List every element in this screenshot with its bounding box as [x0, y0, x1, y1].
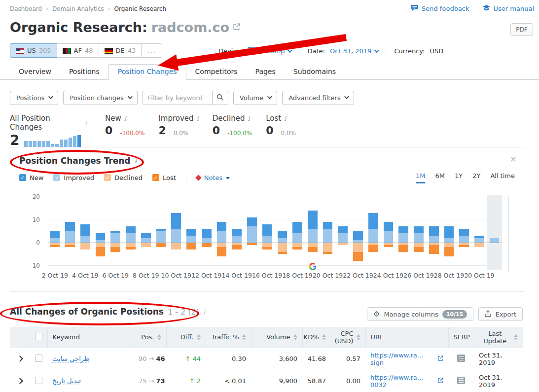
export-button[interactable]: Export — [478, 307, 523, 321]
row-checkbox[interactable] — [35, 355, 42, 362]
sort-arrows-icon[interactable] — [197, 334, 201, 340]
external-link-icon[interactable] — [233, 18, 240, 33]
chart-bar-group[interactable] — [245, 197, 260, 266]
range-2y[interactable]: 2Y — [472, 172, 480, 183]
notes-dropdown[interactable]: Notes — [196, 174, 230, 181]
col-header-kd[interactable]: KD% — [302, 327, 331, 348]
tab-competitors[interactable]: Competitors — [186, 65, 247, 79]
positions-filter-dropdown[interactable]: Positions — [10, 91, 58, 105]
chart-bar-group[interactable] — [411, 197, 427, 266]
breadcrumb-item-dashboard[interactable]: Dashboard — [10, 5, 52, 12]
info-icon[interactable]: i — [197, 115, 199, 122]
chart-bar-group[interactable] — [77, 197, 93, 266]
info-icon[interactable]: i — [248, 115, 250, 122]
info-icon[interactable]: i — [124, 115, 126, 122]
chart-bar-group[interactable] — [457, 197, 472, 266]
info-icon[interactable]: i — [203, 308, 205, 316]
sort-arrows-icon[interactable] — [514, 334, 518, 340]
legend-lost[interactable]: ✓Lost — [152, 174, 176, 181]
url-link[interactable]: https://www.ra... 0032 — [370, 374, 443, 389]
tab-overview[interactable]: Overview — [10, 65, 60, 79]
chart-bar-group[interactable] — [472, 197, 487, 266]
chart-bar-group[interactable] — [290, 197, 305, 266]
tab-pages[interactable]: Pages — [247, 65, 285, 79]
chart-bar-group[interactable] — [47, 197, 63, 266]
sort-arrows-icon[interactable] — [357, 334, 360, 340]
checkbox-checked-icon[interactable]: ✓ — [104, 174, 111, 181]
chart-bar-group[interactable] — [229, 197, 245, 266]
chart-bar-group[interactable] — [426, 197, 441, 266]
legend-new[interactable]: ✓New — [19, 174, 43, 181]
checkbox-checked-icon[interactable]: ✓ — [19, 174, 26, 181]
manage-columns-button[interactable]: ⚙ Manage columns 10/15 — [367, 307, 474, 321]
breadcrumb-item-organic-research[interactable]: Organic Research — [114, 5, 167, 12]
country-tab-us[interactable]: US305 — [10, 43, 57, 58]
range-1y[interactable]: 1Y — [455, 172, 463, 183]
chart-bar-group[interactable] — [275, 197, 290, 266]
col-header-last-update[interactable]: Last Update — [474, 327, 523, 348]
range-6m[interactable]: 6M — [435, 172, 445, 183]
chart-bar-group[interactable] — [93, 197, 108, 266]
serp-icon[interactable] — [457, 377, 465, 384]
google-update-icon[interactable] — [309, 263, 317, 272]
close-icon[interactable]: ✕ — [510, 154, 517, 164]
checkbox-checked-icon[interactable]: ✓ — [53, 174, 60, 181]
sort-arrows-icon[interactable] — [293, 334, 297, 340]
expand-row-icon[interactable] — [17, 378, 23, 384]
row-checkbox[interactable] — [35, 377, 42, 384]
pdf-button[interactable]: PDF — [510, 23, 533, 36]
breadcrumb-item-domain-analytics[interactable]: Domain Analytics — [52, 5, 114, 12]
chart-bar-group[interactable] — [381, 197, 396, 266]
info-icon[interactable]: i — [85, 119, 87, 127]
url-link[interactable]: https://www.ra... sign — [370, 352, 443, 366]
chart-bar-group[interactable] — [214, 197, 229, 266]
position-changes-filter-dropdown[interactable]: Position changes — [63, 91, 137, 105]
chart-bar-group[interactable] — [351, 197, 366, 266]
legend-improved[interactable]: ✓Improved — [53, 174, 94, 181]
sort-arrows-icon[interactable] — [242, 334, 246, 340]
checkbox-checked-icon[interactable]: ✓ — [152, 174, 159, 181]
col-header-traffic[interactable]: Traffic % — [206, 327, 251, 348]
chart-bar-group[interactable] — [199, 197, 214, 266]
date-selector[interactable]: Oct 31, 2019 — [330, 47, 378, 55]
chart-bar-group[interactable] — [441, 197, 457, 266]
col-header-volume[interactable]: Volume — [251, 327, 302, 348]
chart-bar-group[interactable] — [184, 197, 199, 266]
chart-bar-group[interactable] — [320, 197, 335, 266]
keyword-link[interactable]: طراحی سایت — [52, 355, 89, 363]
volume-filter-dropdown[interactable]: Volume — [233, 91, 277, 105]
tab-position-changes[interactable]: Position Changes — [108, 64, 186, 80]
col-header-cpc-usd[interactable]: CPC (USD) — [331, 327, 365, 348]
chart-bar-group[interactable] — [138, 197, 153, 266]
chart-bar-group[interactable] — [108, 197, 123, 266]
chart-bar-group[interactable] — [487, 197, 502, 266]
country-tab-de[interactable]: DE43 — [99, 43, 142, 58]
country-tab-af[interactable]: AF48 — [57, 43, 99, 58]
chart-bar-group[interactable] — [169, 197, 184, 266]
legend-declined[interactable]: ✓Declined — [104, 174, 143, 181]
tab-positions[interactable]: Positions — [60, 65, 108, 79]
keyword-filter-input[interactable] — [143, 91, 212, 105]
chart-bar-group[interactable] — [365, 197, 381, 266]
select-all-checkbox[interactable] — [35, 333, 42, 340]
range-all-time[interactable]: All time — [490, 172, 515, 183]
chart-bar-group[interactable] — [123, 197, 139, 266]
chart-bar-group[interactable] — [63, 197, 78, 266]
expand-row-icon[interactable] — [17, 356, 23, 362]
chart-bar-group[interactable] — [335, 197, 351, 266]
chart-bar-group[interactable] — [396, 197, 411, 266]
country-tab-more[interactable]: ... — [141, 43, 162, 58]
info-icon[interactable]: i — [135, 157, 137, 165]
advanced-filters-dropdown[interactable]: Advanced filters — [282, 91, 354, 105]
range-1m[interactable]: 1M — [416, 172, 426, 183]
info-icon[interactable]: i — [284, 115, 286, 122]
sort-arrows-icon[interactable] — [157, 334, 161, 340]
chart-bar-group[interactable] — [259, 197, 275, 266]
sort-arrows-icon[interactable] — [322, 334, 326, 340]
col-header-pos[interactable]: Pos. — [134, 327, 166, 348]
search-button[interactable] — [212, 91, 228, 105]
col-header-diff[interactable]: Diff. — [166, 327, 206, 348]
user-manual-link[interactable]: User manual — [482, 4, 534, 13]
send-feedback-link[interactable]: Send feedback — [411, 4, 469, 13]
chart-bar-group[interactable] — [305, 197, 320, 266]
